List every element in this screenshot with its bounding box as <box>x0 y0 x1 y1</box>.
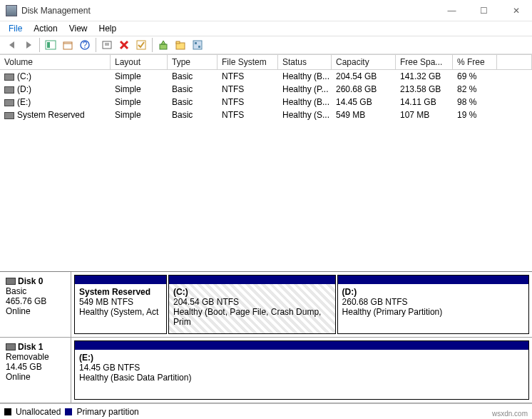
partition-title: System Reserved <box>79 287 162 297</box>
disk-size: 14.45 GB <box>6 362 65 372</box>
cell-type: Basic <box>168 108 218 121</box>
action-icon[interactable] <box>155 37 171 53</box>
volume-icon <box>4 74 14 81</box>
disk-name: Disk 1 <box>18 342 43 352</box>
partition-health: Healthy (System, Act <box>79 307 162 317</box>
partition-c[interactable]: (C:) 204.54 GB NTFS Healthy (Boot, Page … <box>168 275 336 334</box>
cell-capacity: 549 MB <box>332 108 396 121</box>
legend-unallocated: Unallocated <box>16 407 61 417</box>
app-icon <box>6 5 17 16</box>
col-spare[interactable] <box>497 55 532 70</box>
partition-title: (C:) <box>173 287 331 297</box>
cell-layout: Simple <box>111 108 168 121</box>
cell-pct: 98 % <box>453 96 497 108</box>
cell-volume: (D:) <box>17 84 31 94</box>
maximize-button[interactable]: ☐ <box>468 0 500 21</box>
partition-sub: 549 MB NTFS <box>79 297 162 307</box>
disk-info[interactable]: Disk 0 Basic 465.76 GB Online <box>0 272 71 337</box>
cell-type: Basic <box>168 96 218 108</box>
col-layout[interactable]: Layout <box>111 55 168 70</box>
col-freespace[interactable]: Free Spa... <box>396 55 453 70</box>
legend-primary: Primary partition <box>76 407 138 417</box>
cell-status: Healthy (B... <box>278 70 332 83</box>
disk-icon <box>6 278 16 285</box>
menu-file[interactable]: File <box>3 23 28 34</box>
cell-fs: NTFS <box>218 96 278 108</box>
cell-type: Basic <box>168 83 218 96</box>
col-filesystem[interactable]: File System <box>218 55 278 70</box>
show-hide-console-icon[interactable] <box>43 37 58 53</box>
partition-sub: 204.54 GB NTFS <box>173 297 331 307</box>
legend: Unallocated Primary partition <box>0 403 532 419</box>
cell-type: Basic <box>168 70 218 83</box>
close-button[interactable]: ✕ <box>500 0 532 21</box>
cell-capacity: 14.45 GB <box>332 96 396 108</box>
volume-row[interactable]: (D:) Simple Basic NTFS Healthy (P... 260… <box>0 83 532 96</box>
col-pctfree[interactable]: % Free <box>453 55 497 70</box>
forward-button[interactable] <box>21 37 36 53</box>
back-button[interactable] <box>4 37 19 53</box>
cell-layout: Simple <box>111 83 168 96</box>
partition-d[interactable]: (D:) 260.68 GB NTFS Healthy (Primary Par… <box>337 275 529 334</box>
cell-free: 141.32 GB <box>396 70 453 83</box>
disk-state: Online <box>6 306 65 316</box>
cell-status: Healthy (P... <box>278 83 332 96</box>
disk-size: 465.76 GB <box>6 296 65 306</box>
titlebar: Disk Management — ☐ ✕ <box>0 0 532 21</box>
partition-container: System Reserved 549 MB NTFS Healthy (Sys… <box>71 272 532 337</box>
partition-container: (E:) 14.45 GB NTFS Healthy (Basic Data P… <box>71 338 532 403</box>
partition-sub: 14.45 GB NTFS <box>79 363 524 373</box>
volume-list-header: Volume Layout Type File System Status Ca… <box>0 54 532 70</box>
svg-rect-16 <box>193 41 202 49</box>
cell-layout: Simple <box>111 70 168 83</box>
svg-rect-1 <box>47 42 50 48</box>
legend-swatch-primary <box>65 408 72 415</box>
partition-stripe <box>338 276 528 284</box>
window-title: Disk Management <box>21 6 436 16</box>
partition-system-reserved[interactable]: System Reserved 549 MB NTFS Healthy (Sys… <box>74 275 167 334</box>
list-empty-area <box>0 121 532 271</box>
col-capacity[interactable]: Capacity <box>332 55 396 70</box>
menubar: File Action View Help <box>0 21 532 36</box>
check-icon[interactable] <box>133 37 149 53</box>
minimize-button[interactable]: — <box>436 0 468 21</box>
volume-icon <box>4 86 14 94</box>
col-type[interactable]: Type <box>168 55 218 70</box>
settings-icon[interactable] <box>190 37 205 53</box>
menu-help[interactable]: Help <box>93 23 123 34</box>
cell-free: 213.58 GB <box>396 83 453 96</box>
volume-row[interactable]: System Reserved Simple Basic NTFS Health… <box>0 108 532 121</box>
disk-type: Removable <box>6 352 65 362</box>
properties-icon[interactable] <box>60 37 76 53</box>
cell-volume: (C:) <box>17 71 31 81</box>
disk-info[interactable]: Disk 1 Removable 14.45 GB Online <box>0 338 71 403</box>
cell-fs: NTFS <box>218 108 278 121</box>
svg-rect-12 <box>160 44 167 49</box>
toolbar: ? <box>0 36 532 54</box>
volume-row[interactable]: (C:) Simple Basic NTFS Healthy (B... 204… <box>0 70 532 83</box>
col-status[interactable]: Status <box>278 55 332 70</box>
volume-row[interactable]: (E:) Simple Basic NTFS Healthy (B... 14.… <box>0 96 532 108</box>
disk-icon <box>6 343 16 350</box>
menu-action[interactable]: Action <box>28 23 63 34</box>
cell-status: Healthy (B... <box>278 96 332 108</box>
volume-icon <box>4 112 14 119</box>
col-volume[interactable]: Volume <box>0 55 111 70</box>
cell-volume: (E:) <box>17 97 31 107</box>
graphical-view: Disk 0 Basic 465.76 GB Online System Res… <box>0 271 532 403</box>
partition-health: Healthy (Boot, Page File, Crash Dump, Pr… <box>173 307 331 327</box>
menu-view[interactable]: View <box>63 23 93 34</box>
svg-text:?: ? <box>83 40 88 50</box>
disk-row: Disk 0 Basic 465.76 GB Online System Res… <box>0 272 532 338</box>
delete-icon[interactable] <box>116 37 132 53</box>
cell-volume: System Reserved <box>17 110 85 120</box>
cell-layout: Simple <box>111 96 168 108</box>
partition-e[interactable]: (E:) 14.45 GB NTFS Healthy (Basic Data P… <box>74 340 529 400</box>
volume-list: Volume Layout Type File System Status Ca… <box>0 54 532 121</box>
legend-swatch-unallocated <box>4 408 11 415</box>
refresh-icon[interactable] <box>99 37 115 53</box>
svg-rect-15 <box>176 41 180 44</box>
separator <box>152 38 153 52</box>
explore-icon[interactable] <box>173 37 188 53</box>
help-icon[interactable]: ? <box>77 37 93 53</box>
